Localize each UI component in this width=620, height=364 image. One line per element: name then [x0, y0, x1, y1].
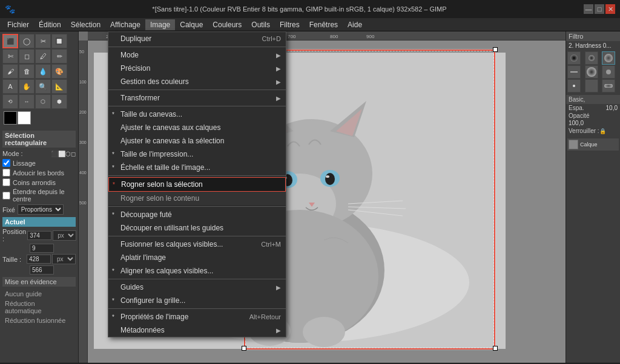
menu-taille-impression-bullet: * — [112, 151, 114, 158]
menu-aplatir-label: Aplatir l'image — [120, 253, 166, 262]
menu-guides-label: Guides — [120, 283, 143, 291]
menu-echelle-label: Échelle et taille de l'image... — [120, 163, 210, 172]
menu-taille-impression[interactable]: * Taille de l'impression... — [108, 148, 286, 161]
menu-mode-label: Mode — [120, 51, 139, 59]
menu-precision-label: Précision — [120, 64, 150, 73]
image-menu: Dupliquer Ctrl+D Mode ▶ Précision ▶ Gest… — [108, 31, 286, 337]
separator-6 — [108, 236, 286, 236]
menu-gestion-couleurs[interactable]: Gestion des couleurs ▶ — [108, 75, 286, 88]
separator-4 — [108, 175, 286, 176]
menu-guides[interactable]: Guides ▶ — [108, 281, 286, 294]
menu-fusionner[interactable]: Fusionner les calques visibles... Ctrl+M — [108, 238, 286, 251]
menu-ajuster-selection-label: Ajuster le canevas à la sélection — [120, 137, 224, 145]
menu-ajuster-calques[interactable]: Ajuster le canevas aux calques — [108, 121, 286, 134]
menu-echelle-bullet: * — [112, 164, 114, 171]
menu-precision-arrow: ▶ — [276, 65, 281, 72]
menu-taille-impression-label: Taille de l'impression... — [120, 150, 193, 158]
menu-proprietes[interactable]: * Propriétés de l'image Alt+Retour — [108, 310, 286, 323]
menu-rogner-selection-label: Rogner selon la sélection — [121, 180, 203, 189]
menu-rogner-contenu-label: Rogner selon le contenu — [120, 194, 199, 203]
menu-configurer-grille[interactable]: * Configurer la grille... — [108, 294, 286, 307]
menu-gestion-label: Gestion des couleurs — [120, 77, 189, 86]
menu-rogner-selection[interactable]: * Rogner selon la sélection — [108, 177, 286, 192]
menu-transformer-label: Transformer — [120, 94, 160, 102]
menu-decoupage-fute[interactable]: * Découpage futé — [108, 208, 286, 221]
menu-proprietes-bullet: * — [112, 314, 114, 320]
menu-dupliquer-label: Dupliquer — [120, 34, 151, 43]
menu-decouper-guides-label: Découper en utilisant les guides — [120, 224, 223, 232]
menu-taille-canevas[interactable]: * Taille du canevas... — [108, 108, 286, 121]
menu-ajuster-selection[interactable]: Ajuster le canevas à la sélection — [108, 134, 286, 148]
menu-metadonnees-arrow: ▶ — [276, 327, 281, 334]
menu-fusionner-shortcut: Ctrl+M — [261, 241, 281, 248]
menu-aligner[interactable]: * Aligner les calques visibles... — [108, 264, 286, 278]
menu-guides-arrow: ▶ — [276, 284, 281, 291]
menu-taille-canevas-label: Taille du canevas... — [120, 110, 182, 119]
menu-transformer[interactable]: Transformer ▶ — [108, 91, 286, 105]
menu-mode[interactable]: Mode ▶ — [108, 48, 286, 62]
menu-configurer-label: Configurer la grille... — [120, 296, 185, 305]
menu-proprietes-shortcut: Alt+Retour — [249, 313, 281, 320]
menu-dupliquer[interactable]: Dupliquer Ctrl+D — [108, 32, 286, 45]
separator-5 — [108, 206, 286, 207]
menu-proprietes-label: Propriétés de l'image — [120, 313, 188, 321]
menu-rogner-contenu[interactable]: Rogner selon le contenu — [108, 192, 286, 205]
menu-transformer-arrow: ▶ — [276, 95, 281, 102]
menu-decoupage-bullet: * — [112, 212, 114, 218]
menu-fusionner-label: Fusionner les calques visibles... — [120, 240, 223, 249]
separator-8 — [108, 308, 286, 309]
menu-metadonnees-label: Métadonnées — [120, 326, 165, 334]
menu-taille-canevas-bullet: * — [112, 111, 114, 118]
menu-precision[interactable]: Précision ▶ — [108, 62, 286, 75]
separator-2 — [108, 89, 286, 90]
menu-decouper-guides[interactable]: Découper en utilisant les guides — [108, 221, 286, 235]
menu-echelle-taille[interactable]: * Échelle et taille de l'image... — [108, 161, 286, 174]
menu-aplatir[interactable]: Aplatir l'image — [108, 251, 286, 264]
menu-ajuster-calques-label: Ajuster le canevas aux calques — [120, 123, 220, 132]
separator-1 — [108, 47, 286, 47]
dropdown-overlay[interactable]: Dupliquer Ctrl+D Mode ▶ Précision ▶ Gest… — [0, 0, 620, 364]
menu-metadonnees[interactable]: Métadonnées ▶ — [108, 323, 286, 337]
menu-aligner-bullet: * — [112, 268, 114, 275]
separator-7 — [108, 279, 286, 279]
menu-decoupage-label: Découpage futé — [120, 210, 172, 219]
menu-gestion-arrow: ▶ — [276, 79, 281, 85]
separator-3 — [108, 106, 286, 106]
menu-rogner-selection-bullet: * — [113, 181, 115, 188]
menu-dupliquer-shortcut: Ctrl+D — [262, 35, 281, 42]
menu-aligner-label: Aligner les calques visibles... — [120, 267, 213, 275]
menu-mode-arrow: ▶ — [276, 52, 281, 59]
menu-configurer-bullet: * — [112, 297, 114, 304]
